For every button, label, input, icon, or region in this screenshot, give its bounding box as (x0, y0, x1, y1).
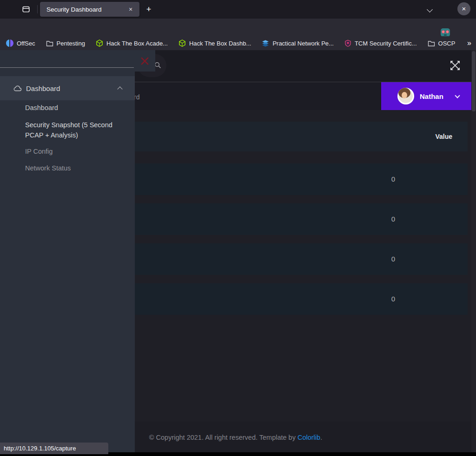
layers-icon (262, 39, 269, 47)
list-all-tabs-button[interactable] (424, 5, 435, 14)
chevron-down-icon (455, 93, 460, 98)
htb-cube-icon (96, 39, 103, 47)
folder-icon (46, 40, 53, 47)
fullscreen-expand-icon[interactable] (448, 59, 462, 72)
table-cell-value: 0 (389, 175, 398, 183)
avatar (397, 88, 414, 104)
browser-window: Security Dashboard × + × ← → Not Secure … (0, 0, 476, 456)
window-close-button[interactable]: × (457, 2, 470, 15)
navigation-toolbar: ← → Not Secure http://10.129.1.105/data/… (0, 19, 476, 36)
bookmark-pnpt[interactable]: Practical Network Pe... (262, 39, 334, 47)
sidebar-close-button[interactable] (134, 50, 155, 72)
bookmarks-bar: OffSec Pentesting Hack The Box Acade... … (0, 36, 476, 50)
bookmarks-overflow-chevron[interactable]: » (467, 39, 471, 47)
hacktools-extension-icon[interactable] (441, 28, 450, 37)
sidebar-menu-label: Dashboard (26, 85, 60, 92)
sidebar-divider (0, 67, 134, 68)
sidebar-item-network-status[interactable]: Network Status (25, 164, 71, 172)
table-cell-value: 0 (389, 255, 398, 263)
tcm-shield-icon (344, 39, 351, 47)
sidebar-item-dashboard-parent[interactable]: Dashboard (0, 76, 135, 100)
chevron-down-icon (427, 7, 433, 13)
close-x-icon (140, 57, 149, 65)
sidebar-item-ip-config[interactable]: IP Config (25, 148, 53, 155)
goggle-shape (446, 30, 449, 33)
sidebar-item-dashboard[interactable]: Dashboard (25, 104, 58, 111)
search-icon (154, 62, 162, 69)
sidebar (0, 50, 135, 453)
new-tab-button[interactable]: + (143, 4, 154, 15)
table-cell-value: 0 (389, 215, 398, 223)
user-menu[interactable]: Nathan (381, 82, 471, 110)
table-cell-value: 0 (389, 295, 398, 303)
bookmark-offsec[interactable]: OffSec (6, 39, 35, 47)
colorlib-link[interactable]: Colorlib (298, 434, 320, 441)
sidebar-item-security-snapshot[interactable]: Security Snapshot (5 Second PCAP + Analy… (25, 120, 125, 140)
scrollbar-thumb[interactable] (472, 51, 476, 111)
tab-separator (37, 5, 38, 13)
firefox-view-icon[interactable] (21, 5, 31, 14)
bookmark-tcm-security[interactable]: TCM Security Certific... (344, 39, 417, 47)
user-name: Nathan (420, 92, 443, 100)
status-bar-link-preview: http://10.129.1.105/capture (0, 443, 108, 454)
avatar-face (402, 92, 407, 98)
bookmark-htb-academy[interactable]: Hack The Box Acade... (96, 39, 168, 47)
tab-close-icon[interactable]: × (126, 5, 135, 13)
active-tab[interactable]: Security Dashboard × (40, 2, 139, 17)
bookmark-htb-dashboard[interactable]: Hack The Box Dashb... (178, 39, 251, 47)
tab-title: Security Dashboard (46, 6, 126, 13)
htb-cube-icon (178, 39, 186, 47)
bookmark-folder-pentesting[interactable]: Pentesting (46, 40, 85, 47)
offsec-icon (6, 39, 13, 47)
mouth-shape (444, 34, 447, 36)
bookmark-folder-oscp[interactable]: OSCP (428, 40, 456, 47)
table-header-value: Value (435, 133, 452, 140)
cloud-icon (13, 85, 22, 92)
folder-icon (428, 40, 435, 47)
chevron-up-icon (117, 86, 122, 91)
tab-bar: Security Dashboard × + × (0, 0, 476, 19)
goggle-shape (442, 30, 445, 33)
